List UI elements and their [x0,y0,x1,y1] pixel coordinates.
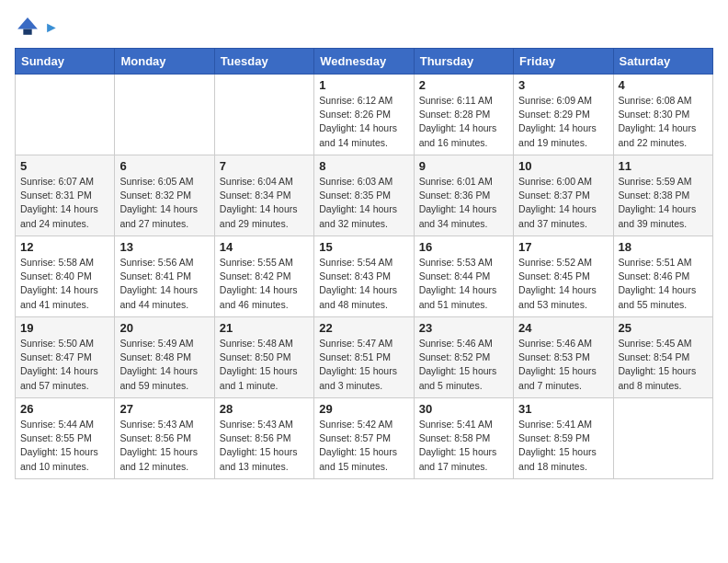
calendar-cell [115,75,214,155]
calendar-cell: 13Sunrise: 5:56 AMSunset: 8:41 PMDayligh… [115,236,214,317]
day-info: Sunrise: 5:49 AMSunset: 8:48 PMDaylight:… [119,337,209,393]
day-number: 29 [319,402,408,416]
day-number: 7 [220,159,309,173]
calendar-cell: 14Sunrise: 5:55 AMSunset: 8:42 PMDayligh… [214,236,313,317]
calendar-cell: 6Sunrise: 6:05 AMSunset: 8:32 PMDaylight… [115,155,214,236]
calendar-cell: 5Sunrise: 6:07 AMSunset: 8:31 PMDaylight… [16,155,115,236]
day-info: Sunrise: 5:55 AMSunset: 8:42 PMDaylight:… [220,256,309,312]
day-info: Sunrise: 6:04 AMSunset: 8:34 PMDaylight:… [220,175,309,231]
day-info: Sunrise: 6:07 AMSunset: 8:31 PMDaylight:… [20,175,109,231]
day-info: Sunrise: 5:53 AMSunset: 8:44 PMDaylight:… [419,256,508,312]
weekday-header-sunday: Sunday [16,49,115,75]
calendar-cell: 18Sunrise: 5:51 AMSunset: 8:46 PMDayligh… [613,236,712,317]
day-info: Sunrise: 5:50 AMSunset: 8:47 PMDaylight:… [20,337,109,393]
day-info: Sunrise: 5:47 AMSunset: 8:51 PMDaylight:… [319,337,408,393]
day-number: 22 [319,321,408,335]
day-number: 8 [319,159,408,173]
day-info: Sunrise: 5:43 AMSunset: 8:56 PMDaylight:… [119,418,209,474]
calendar-cell: 20Sunrise: 5:49 AMSunset: 8:48 PMDayligh… [115,317,214,398]
calendar-cell: 3Sunrise: 6:09 AMSunset: 8:29 PMDaylight… [514,75,613,155]
day-number: 31 [518,402,608,416]
svg-rect-2 [23,29,31,35]
calendar-cell: 29Sunrise: 5:42 AMSunset: 8:57 PMDayligh… [314,398,414,479]
calendar-cell [214,75,313,155]
calendar-cell: 24Sunrise: 5:46 AMSunset: 8:53 PMDayligh… [514,317,613,398]
day-number: 23 [419,321,508,335]
day-info: Sunrise: 5:42 AMSunset: 8:57 PMDaylight:… [319,418,408,474]
calendar-cell: 4Sunrise: 6:08 AMSunset: 8:30 PMDaylight… [613,75,712,155]
day-number: 11 [619,159,708,173]
day-number: 14 [220,240,309,254]
calendar-header-row: SundayMondayTuesdayWednesdayThursdayFrid… [16,49,713,75]
day-number: 12 [20,240,109,254]
day-info: Sunrise: 6:00 AMSunset: 8:37 PMDaylight:… [518,175,608,231]
day-number: 4 [619,78,708,92]
weekday-header-thursday: Thursday [414,49,513,75]
calendar-week-row: 12Sunrise: 5:58 AMSunset: 8:40 PMDayligh… [16,236,713,317]
day-info: Sunrise: 5:44 AMSunset: 8:55 PMDaylight:… [20,418,109,474]
calendar-week-row: 5Sunrise: 6:07 AMSunset: 8:31 PMDaylight… [16,155,713,236]
calendar-cell: 26Sunrise: 5:44 AMSunset: 8:55 PMDayligh… [16,398,115,479]
day-number: 2 [419,78,508,92]
calendar-cell: 12Sunrise: 5:58 AMSunset: 8:40 PMDayligh… [16,236,115,317]
calendar-table: SundayMondayTuesdayWednesdayThursdayFrid… [15,48,713,479]
calendar-cell: 17Sunrise: 5:52 AMSunset: 8:45 PMDayligh… [514,236,613,317]
day-info: Sunrise: 5:48 AMSunset: 8:50 PMDaylight:… [220,337,309,393]
day-number: 16 [419,240,508,254]
day-number: 15 [319,240,408,254]
day-number: 19 [20,321,109,335]
day-number: 25 [619,321,708,335]
calendar-cell: 23Sunrise: 5:46 AMSunset: 8:52 PMDayligh… [414,317,513,398]
calendar-cell: 10Sunrise: 6:00 AMSunset: 8:37 PMDayligh… [514,155,613,236]
weekday-header-saturday: Saturday [613,49,712,75]
calendar-cell: 2Sunrise: 6:11 AMSunset: 8:28 PMDaylight… [414,75,513,155]
calendar-cell: 28Sunrise: 5:43 AMSunset: 8:56 PMDayligh… [214,398,313,479]
day-info: Sunrise: 6:12 AMSunset: 8:26 PMDaylight:… [319,94,408,150]
calendar-body: 1Sunrise: 6:12 AMSunset: 8:26 PMDaylight… [16,75,713,479]
calendar-cell: 1Sunrise: 6:12 AMSunset: 8:26 PMDaylight… [314,75,414,155]
calendar-cell [16,75,115,155]
calendar-week-row: 26Sunrise: 5:44 AMSunset: 8:55 PMDayligh… [16,398,713,479]
day-number: 9 [419,159,508,173]
logo: ► [15,15,59,40]
day-number: 13 [119,240,209,254]
day-info: Sunrise: 5:52 AMSunset: 8:45 PMDaylight:… [518,256,608,312]
day-number: 30 [419,402,508,416]
calendar-week-row: 19Sunrise: 5:50 AMSunset: 8:47 PMDayligh… [16,317,713,398]
day-number: 26 [20,402,109,416]
weekday-header-wednesday: Wednesday [314,49,414,75]
weekday-header-tuesday: Tuesday [214,49,313,75]
day-number: 27 [119,402,209,416]
page-header: ► [15,15,713,40]
day-info: Sunrise: 5:45 AMSunset: 8:54 PMDaylight:… [619,337,708,393]
calendar-week-row: 1Sunrise: 6:12 AMSunset: 8:26 PMDaylight… [16,75,713,155]
calendar-cell: 21Sunrise: 5:48 AMSunset: 8:50 PMDayligh… [214,317,313,398]
calendar-cell: 27Sunrise: 5:43 AMSunset: 8:56 PMDayligh… [115,398,214,479]
day-number: 18 [619,240,708,254]
calendar-cell: 16Sunrise: 5:53 AMSunset: 8:44 PMDayligh… [414,236,513,317]
day-info: Sunrise: 5:58 AMSunset: 8:40 PMDaylight:… [20,256,109,312]
day-info: Sunrise: 6:11 AMSunset: 8:28 PMDaylight:… [419,94,508,150]
day-info: Sunrise: 6:03 AMSunset: 8:35 PMDaylight:… [319,175,408,231]
weekday-header-friday: Friday [514,49,613,75]
day-info: Sunrise: 5:56 AMSunset: 8:41 PMDaylight:… [119,256,209,312]
calendar-cell: 31Sunrise: 5:41 AMSunset: 8:59 PMDayligh… [514,398,613,479]
day-number: 20 [119,321,209,335]
logo-icon [15,15,40,40]
calendar-cell: 30Sunrise: 5:41 AMSunset: 8:58 PMDayligh… [414,398,513,479]
calendar-cell: 8Sunrise: 6:03 AMSunset: 8:35 PMDaylight… [314,155,414,236]
calendar-cell: 19Sunrise: 5:50 AMSunset: 8:47 PMDayligh… [16,317,115,398]
day-info: Sunrise: 5:46 AMSunset: 8:53 PMDaylight:… [518,337,608,393]
day-number: 21 [220,321,309,335]
weekday-header-monday: Monday [115,49,214,75]
calendar-cell: 25Sunrise: 5:45 AMSunset: 8:54 PMDayligh… [613,317,712,398]
day-info: Sunrise: 5:43 AMSunset: 8:56 PMDaylight:… [220,418,309,474]
day-info: Sunrise: 6:05 AMSunset: 8:32 PMDaylight:… [119,175,209,231]
day-number: 24 [518,321,608,335]
day-info: Sunrise: 5:59 AMSunset: 8:38 PMDaylight:… [619,175,708,231]
calendar-cell: 11Sunrise: 5:59 AMSunset: 8:38 PMDayligh… [613,155,712,236]
day-info: Sunrise: 5:41 AMSunset: 8:58 PMDaylight:… [419,418,508,474]
day-info: Sunrise: 5:46 AMSunset: 8:52 PMDaylight:… [419,337,508,393]
day-number: 3 [518,78,608,92]
day-number: 5 [20,159,109,173]
